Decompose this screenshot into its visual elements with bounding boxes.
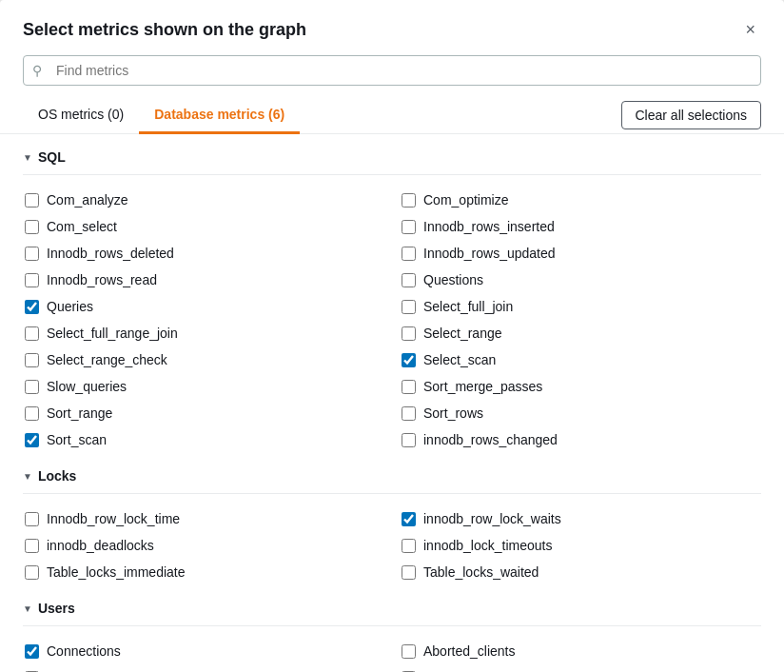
- checkbox-innodb-row-lock-waits[interactable]: [402, 512, 416, 526]
- label-innodb-lock-timeouts: innodb_lock_timeouts: [423, 538, 552, 553]
- checkbox-select-full-join[interactable]: [402, 300, 416, 314]
- locks-divider: [23, 493, 761, 494]
- section-locks: ▼ Locks Innodb_row_lock_time innodb_row_…: [23, 468, 761, 583]
- list-item: Threads_running: [400, 666, 761, 672]
- label-innodb-row-lock-waits: innodb_row_lock_waits: [423, 511, 561, 526]
- checkbox-queries[interactable]: [25, 300, 39, 314]
- checkbox-sort-range[interactable]: [25, 406, 39, 421]
- list-item: Sort_merge_passes: [400, 375, 761, 398]
- label-table-locks-waited: Table_locks_waited: [423, 564, 539, 580]
- label-select-scan: Select_scan: [423, 352, 496, 367]
- label-select-full-join: Select_full_join: [423, 299, 513, 314]
- checkbox-innodb-rows-read[interactable]: [25, 273, 39, 287]
- label-questions: Questions: [423, 272, 483, 287]
- clear-all-button[interactable]: Clear all selections: [621, 101, 762, 129]
- label-com-select: Com_select: [47, 219, 117, 234]
- label-select-full-range-join: Select_full_range_join: [47, 326, 178, 341]
- checkbox-select-range-check[interactable]: [25, 353, 39, 367]
- tabs-row: OS metrics (0) Database metrics (6) Clea…: [0, 97, 784, 134]
- modal-header: Select metrics shown on the graph ×: [0, 0, 784, 55]
- label-innodb-rows-inserted: Innodb_rows_inserted: [423, 219, 555, 234]
- list-item: Aborted_connects: [23, 666, 384, 672]
- list-item: Select_scan: [400, 348, 761, 371]
- tab-database-metrics[interactable]: Database metrics (6): [139, 97, 300, 134]
- checkbox-table-locks-immediate[interactable]: [25, 565, 39, 580]
- list-item: Select_full_join: [400, 295, 761, 318]
- checkbox-innodb-deadlocks[interactable]: [25, 539, 39, 553]
- sql-metrics-grid: Com_analyze Com_optimize Com_select Inno…: [23, 188, 761, 451]
- label-com-analyze: Com_analyze: [47, 192, 128, 208]
- list-item: Select_full_range_join: [23, 322, 384, 345]
- section-users-label: Users: [38, 601, 75, 616]
- label-innodb-rows-changed: innodb_rows_changed: [423, 432, 558, 447]
- checkbox-innodb-rows-updated[interactable]: [402, 247, 416, 261]
- sql-divider: [23, 174, 761, 175]
- list-item: Innodb_rows_updated: [400, 242, 761, 265]
- checkbox-innodb-rows-deleted[interactable]: [25, 247, 39, 261]
- checkbox-com-select[interactable]: [25, 220, 39, 234]
- checkbox-com-optimize[interactable]: [402, 193, 416, 208]
- checkbox-sort-scan[interactable]: [25, 433, 39, 447]
- list-item: Select_range_check: [23, 348, 384, 371]
- checkbox-sort-merge-passes[interactable]: [402, 380, 416, 394]
- checkbox-questions[interactable]: [402, 273, 416, 287]
- list-item: Com_select: [23, 215, 384, 238]
- list-item: Table_locks_immediate: [23, 561, 384, 583]
- checkbox-sort-rows[interactable]: [402, 406, 416, 421]
- checkbox-innodb-lock-timeouts[interactable]: [402, 539, 416, 553]
- locks-metrics-grid: Innodb_row_lock_time innodb_row_lock_wai…: [23, 507, 761, 583]
- checkbox-innodb-rows-changed[interactable]: [402, 433, 416, 447]
- list-item: Sort_rows: [400, 402, 761, 425]
- label-select-range-check: Select_range_check: [47, 352, 167, 367]
- section-users-header[interactable]: ▼ Users: [23, 601, 761, 616]
- label-sort-merge-passes: Sort_merge_passes: [423, 379, 542, 394]
- list-item: Com_optimize: [400, 188, 761, 211]
- section-locks-label: Locks: [38, 468, 76, 484]
- section-locks-header[interactable]: ▼ Locks: [23, 468, 761, 484]
- tab-os-metrics[interactable]: OS metrics (0): [23, 97, 139, 134]
- close-button[interactable]: ×: [739, 19, 761, 40]
- modal: Select metrics shown on the graph × ⚲ OS…: [0, 0, 784, 672]
- list-item: innodb_row_lock_waits: [400, 507, 761, 530]
- list-item: Com_analyze: [23, 188, 384, 211]
- users-divider: [23, 625, 761, 626]
- section-sql-label: SQL: [38, 149, 66, 165]
- checkbox-select-full-range-join[interactable]: [25, 326, 39, 341]
- label-innodb-deadlocks: innodb_deadlocks: [47, 538, 154, 553]
- checkbox-com-analyze[interactable]: [25, 193, 39, 208]
- list-item: Innodb_rows_read: [23, 268, 384, 291]
- checkbox-select-scan[interactable]: [402, 353, 416, 367]
- list-item: Select_range: [400, 322, 761, 345]
- search-input[interactable]: [23, 55, 761, 86]
- section-sql: ▼ SQL Com_analyze Com_optimize Com_selec…: [23, 149, 761, 451]
- label-slow-queries: Slow_queries: [47, 379, 127, 394]
- list-item: Innodb_rows_deleted: [23, 242, 384, 265]
- checkbox-table-locks-waited[interactable]: [402, 565, 416, 580]
- chevron-locks-icon: ▼: [23, 471, 32, 482]
- checkbox-slow-queries[interactable]: [25, 380, 39, 394]
- list-item: innodb_deadlocks: [23, 534, 384, 557]
- section-sql-header[interactable]: ▼ SQL: [23, 149, 761, 165]
- list-item: Innodb_rows_inserted: [400, 215, 761, 238]
- label-connections: Connections: [47, 643, 121, 659]
- list-item: Connections: [23, 640, 384, 662]
- label-innodb-rows-updated: Innodb_rows_updated: [423, 246, 556, 261]
- label-table-locks-immediate: Table_locks_immediate: [47, 564, 186, 580]
- checkbox-aborted-clients[interactable]: [402, 644, 416, 659]
- label-innodb-row-lock-time: Innodb_row_lock_time: [47, 511, 180, 526]
- label-aborted-clients: Aborted_clients: [423, 643, 516, 659]
- list-item: innodb_lock_timeouts: [400, 534, 761, 557]
- chevron-users-icon: ▼: [23, 603, 32, 614]
- label-sort-range: Sort_range: [47, 405, 112, 421]
- checkbox-select-range[interactable]: [402, 326, 416, 341]
- checkbox-innodb-rows-inserted[interactable]: [402, 220, 416, 234]
- list-item: Innodb_row_lock_time: [23, 507, 384, 530]
- list-item: Sort_range: [23, 402, 384, 425]
- label-sort-rows: Sort_rows: [423, 405, 483, 421]
- label-innodb-rows-read: Innodb_rows_read: [47, 272, 157, 287]
- checkbox-connections[interactable]: [25, 644, 39, 659]
- checkbox-innodb-row-lock-time[interactable]: [25, 512, 39, 526]
- modal-title: Select metrics shown on the graph: [23, 20, 306, 40]
- label-com-optimize: Com_optimize: [423, 192, 508, 208]
- list-item: Aborted_clients: [400, 640, 761, 662]
